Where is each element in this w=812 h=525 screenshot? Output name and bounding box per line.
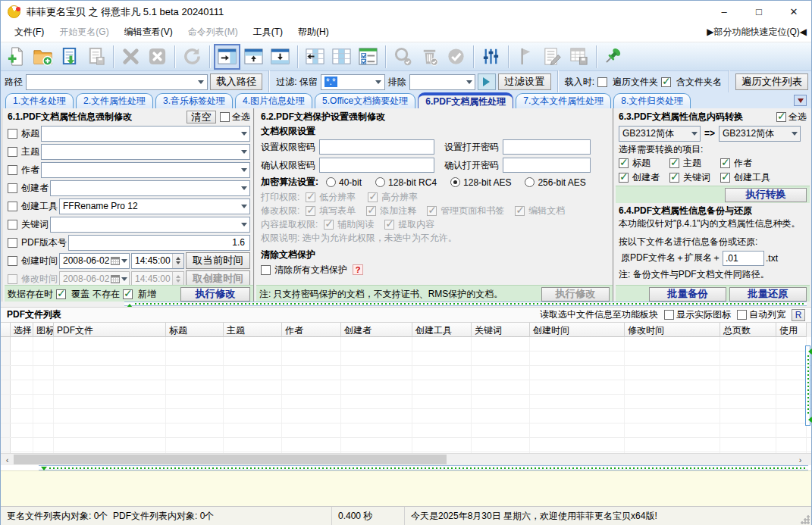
get-current-time-button[interactable]: 取当前时间 bbox=[186, 252, 250, 269]
horizontal-splitter-top[interactable] bbox=[1, 302, 811, 306]
select-all-63-label[interactable]: 全选 bbox=[788, 111, 807, 123]
pin-button[interactable] bbox=[600, 44, 627, 70]
scrollbar-thumb[interactable] bbox=[14, 455, 447, 464]
auto-column-width-checkbox[interactable] bbox=[737, 310, 747, 320]
create-time-checkbox[interactable] bbox=[8, 256, 17, 266]
panel-right-button[interactable] bbox=[214, 44, 240, 70]
execute-convert-button[interactable]: 执行转换 bbox=[725, 188, 807, 202]
keywords-checkbox[interactable] bbox=[8, 220, 17, 230]
chevron-down-icon[interactable] bbox=[238, 199, 249, 214]
column-icon[interactable]: 图标 bbox=[33, 323, 54, 337]
select-all-61-checkbox[interactable] bbox=[220, 112, 230, 122]
chevron-down-icon[interactable] bbox=[238, 145, 249, 159]
quick-locate-menu[interactable]: ▶部分功能快速定位(Q)◀ bbox=[707, 26, 811, 39]
creator-checkbox[interactable] bbox=[8, 183, 17, 193]
set-open-password-input[interactable] bbox=[503, 139, 591, 155]
tab-classify[interactable]: 8.文件归类处理 bbox=[613, 93, 691, 108]
subject-checkbox[interactable] bbox=[8, 147, 17, 157]
clear-fields-button[interactable]: 清空 bbox=[187, 111, 216, 123]
column-modify-time[interactable]: 修改时间 bbox=[625, 323, 720, 337]
conv-author-checkbox[interactable] bbox=[720, 158, 730, 168]
conv-title-checkbox[interactable] bbox=[619, 158, 629, 168]
menu-help[interactable]: 帮助(H) bbox=[290, 23, 337, 41]
add-folder-button[interactable] bbox=[30, 44, 56, 70]
maximize-button[interactable]: □ bbox=[741, 1, 776, 23]
load-path-button[interactable]: 载入路径 bbox=[210, 73, 262, 90]
create-time-spinner[interactable]: 14:45:00 bbox=[131, 253, 184, 269]
batch-restore-button[interactable]: 批量还原 bbox=[729, 287, 807, 302]
column-usage[interactable]: 使用 bbox=[776, 323, 807, 337]
conv-keywords-checkbox[interactable] bbox=[669, 173, 679, 183]
column-creator[interactable]: 创建者 bbox=[341, 323, 412, 337]
column-create-time[interactable]: 创建时间 bbox=[530, 323, 625, 337]
overwrite-checkbox[interactable] bbox=[56, 289, 66, 299]
exclude-filter-combobox[interactable] bbox=[409, 74, 476, 90]
tab-overflow-button[interactable] bbox=[794, 95, 807, 106]
panel-top-button[interactable] bbox=[240, 44, 267, 70]
set-permission-password-input[interactable] bbox=[319, 139, 434, 155]
select-all-61-label[interactable]: 全选 bbox=[232, 111, 250, 123]
scroll-left-arrow[interactable]: ‹ bbox=[1, 454, 14, 465]
horizontal-scrollbar[interactable]: ‹ › bbox=[1, 453, 811, 465]
conv-creator-checkbox[interactable] bbox=[619, 173, 629, 183]
column-title[interactable]: 标题 bbox=[166, 323, 224, 337]
load-list-button[interactable] bbox=[56, 44, 83, 70]
enc-40bit-radio[interactable] bbox=[326, 177, 336, 187]
add-new-checkbox[interactable] bbox=[123, 289, 133, 299]
execute-modify-61-button[interactable]: 执行修改 bbox=[180, 287, 250, 302]
conv-producer-checkbox[interactable] bbox=[720, 173, 730, 183]
batch-backup-button[interactable]: 批量备份 bbox=[649, 287, 726, 302]
column-producer[interactable]: 创建工具 bbox=[412, 323, 472, 337]
author-checkbox[interactable] bbox=[8, 165, 17, 175]
enc-128aes-radio[interactable] bbox=[450, 177, 460, 187]
scroll-right-arrow[interactable]: › bbox=[794, 454, 807, 465]
column-keywords[interactable]: 关键词 bbox=[472, 323, 530, 337]
tab-image-info[interactable]: 4.图片信息处理 bbox=[235, 93, 312, 108]
pdf-version-checkbox[interactable] bbox=[8, 238, 17, 248]
apply-filter-button[interactable] bbox=[478, 73, 496, 90]
encoding-from-combobox[interactable]: GB2312简体 bbox=[619, 126, 701, 142]
enc-256aes-radio[interactable] bbox=[525, 177, 535, 187]
vertical-splitter[interactable] bbox=[805, 345, 810, 426]
traverse-folders-checkbox[interactable] bbox=[597, 77, 607, 87]
title-combobox[interactable] bbox=[41, 126, 250, 142]
include-folder-name-checkbox[interactable] bbox=[661, 77, 671, 87]
enc-128rc4-radio[interactable] bbox=[375, 177, 385, 187]
path-combobox[interactable] bbox=[26, 74, 208, 90]
menu-file[interactable]: 文件(F) bbox=[7, 23, 52, 41]
tab-text-attr[interactable]: 7.文本文件属性处理 bbox=[516, 93, 611, 108]
column-pdf-file[interactable]: PDF文件 bbox=[54, 323, 166, 337]
filter-settings-button[interactable]: 过滤设置 bbox=[498, 73, 550, 90]
tab-filename[interactable]: 1.文件名处理 bbox=[5, 93, 74, 108]
keep-filter-combobox[interactable]: *.* bbox=[321, 74, 385, 90]
column-subject[interactable]: 主题 bbox=[224, 323, 282, 337]
encoding-to-combobox[interactable]: GB2312简体 bbox=[719, 126, 801, 142]
creator-combobox[interactable] bbox=[50, 180, 250, 196]
include-folder-name-label[interactable]: 含文件夹名 bbox=[676, 76, 723, 89]
column-select-button[interactable] bbox=[328, 44, 355, 70]
spinner-arrows-icon[interactable] bbox=[172, 254, 183, 268]
chevron-down-icon[interactable] bbox=[238, 127, 249, 141]
clear-all-protection-checkbox[interactable] bbox=[261, 265, 271, 275]
chevron-down-icon[interactable] bbox=[196, 75, 207, 89]
title-checkbox[interactable] bbox=[8, 129, 17, 139]
tab-pdf-attr[interactable]: 6.PDF文档属性处理 bbox=[418, 92, 513, 108]
create-date-picker[interactable]: 2008-06-02 bbox=[59, 253, 130, 269]
reset-columns-button[interactable]: R bbox=[792, 309, 805, 321]
column-author[interactable]: 作者 bbox=[282, 323, 341, 337]
chevron-down-icon[interactable] bbox=[373, 75, 384, 89]
panel-bottom-button[interactable] bbox=[267, 44, 293, 70]
options-button[interactable] bbox=[478, 44, 504, 70]
confirm-open-password-input[interactable] bbox=[503, 158, 591, 173]
new-file-button[interactable] bbox=[3, 44, 30, 70]
producer-combobox[interactable]: FFRename Pro 12 bbox=[59, 198, 250, 214]
resize-grip[interactable] bbox=[801, 515, 810, 524]
confirm-permission-password-input[interactable] bbox=[319, 158, 434, 173]
minimize-button[interactable]: – bbox=[707, 1, 741, 23]
file-table-body[interactable] bbox=[1, 337, 811, 453]
tab-file-attr[interactable]: 2.文件属性处理 bbox=[76, 93, 153, 108]
fit-columns-button[interactable] bbox=[302, 44, 328, 70]
backup-ext-input[interactable] bbox=[723, 251, 764, 266]
pdf-version-field[interactable]: 1.6 bbox=[68, 235, 250, 251]
menu-tools[interactable]: 工具(T) bbox=[246, 23, 290, 41]
